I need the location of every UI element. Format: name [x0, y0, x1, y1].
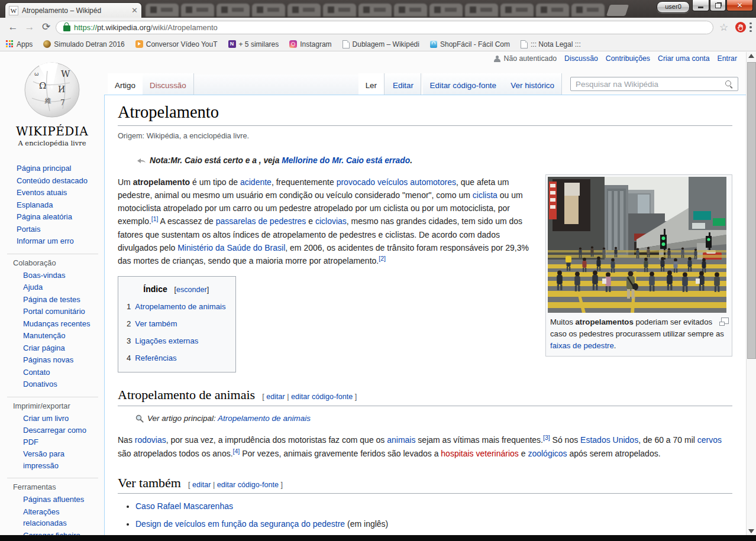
- ref-1[interactable]: [1]: [151, 215, 159, 222]
- bookmark-item[interactable]: N+ 5 similares: [228, 40, 279, 48]
- bookmark-item[interactable]: Conversor Vídeo YouT: [135, 40, 218, 48]
- inactive-tab[interactable]: [181, 4, 214, 17]
- article-thumbnail[interactable]: Muitos atropelamentos poderiam ser evita…: [545, 174, 732, 356]
- caso-rafael-link[interactable]: Caso Rafael Mascarenhas: [135, 501, 233, 511]
- reload-icon[interactable]: ⟳: [39, 20, 53, 34]
- tab-discussao[interactable]: Discussão: [143, 73, 194, 95]
- sidebar-item[interactable]: Ajuda: [23, 281, 102, 293]
- edit-link[interactable]: editar: [192, 481, 211, 489]
- inactive-tab[interactable]: [500, 4, 534, 17]
- personal-criar-conta-link[interactable]: Criar uma conta: [658, 54, 709, 63]
- mellorine-link[interactable]: Mellorine do Mr. Caio está errado: [282, 156, 410, 165]
- blocker-extension-icon[interactable]: [735, 22, 746, 33]
- forward-icon[interactable]: →: [22, 20, 37, 34]
- ciclovias-link[interactable]: ciclovias: [315, 216, 347, 226]
- bookmark-item[interactable]: Simulado Detran 2016: [43, 40, 124, 48]
- sidebar-item[interactable]: Alterações relacionadas: [23, 506, 102, 529]
- toc-item[interactable]: 2Ver também: [127, 318, 226, 331]
- sidebar-item[interactable]: Contato: [23, 367, 102, 378]
- sidebar-item[interactable]: Informar um erro: [17, 235, 104, 247]
- inactive-tab[interactable]: [287, 4, 321, 17]
- design-veiculos-link[interactable]: Design de veículos em função da seguranç…: [135, 519, 345, 529]
- ref-2[interactable]: [2]: [379, 255, 386, 262]
- browser-tab-active[interactable]: W Atropelamento – Wikipéd ✕: [5, 2, 142, 18]
- personal-discussao-link[interactable]: Discussão: [564, 54, 598, 63]
- sidebar-item[interactable]: Criar página: [23, 342, 102, 354]
- rodovias-link[interactable]: rodovias: [135, 435, 166, 445]
- sidebar-item[interactable]: Versão para impressão: [23, 448, 102, 471]
- ministerio-link[interactable]: Ministério da Saúde do Brasil: [177, 243, 285, 252]
- enlarge-icon[interactable]: [721, 318, 729, 324]
- wikipedia-logo[interactable]: W Ω И 維 7 ω WIKIPÉDIA A enciclopédia liv…: [0, 52, 104, 147]
- faixas-link[interactable]: faixas de pedestre: [550, 341, 614, 350]
- bookmark-item[interactable]: Instagram: [289, 40, 331, 48]
- padlock-icon[interactable]: [63, 25, 70, 31]
- sidebar-item[interactable]: Eventos atuais: [17, 187, 104, 199]
- veiculos-link[interactable]: provocado veículos automotores: [337, 177, 456, 187]
- bookmark-item[interactable]: ::: Nota Legal :::: [521, 40, 581, 48]
- minimize-button[interactable]: [692, 0, 709, 11]
- passarelas-link[interactable]: passarelas de pedestres: [216, 216, 306, 226]
- bookmark-item[interactable]: Dublagem – Wikipédi: [343, 40, 419, 48]
- sidebar-item[interactable]: Página aleatória: [17, 211, 104, 223]
- inactive-tab[interactable]: [536, 4, 569, 17]
- sidebar-item[interactable]: Conteúdo destacado: [17, 175, 104, 187]
- inactive-tab[interactable]: [465, 4, 498, 17]
- scrollbar-thumb[interactable]: [747, 62, 756, 359]
- eua-link[interactable]: Estados Unidos: [580, 435, 638, 445]
- inactive-tab[interactable]: [323, 4, 356, 17]
- tab-editar-codigo-fonte[interactable]: Editar código-fonte: [423, 73, 504, 95]
- sidebar-item[interactable]: Criar um livro: [23, 413, 102, 425]
- toc-item[interactable]: 4Referências: [127, 352, 226, 365]
- apps-shortcut[interactable]: Apps: [6, 40, 33, 48]
- sidebar-item[interactable]: Página de testes: [23, 294, 102, 306]
- search-box[interactable]: [570, 77, 738, 91]
- scroll-up-arrow-icon[interactable]: [748, 54, 754, 58]
- bookmark-star-icon[interactable]: ☆: [719, 21, 728, 34]
- sidebar-item[interactable]: Página principal: [17, 163, 104, 174]
- animais-link[interactable]: animais: [387, 435, 415, 445]
- artigo-principal-link[interactable]: Atropelamento de animais: [218, 414, 311, 423]
- tab-editar[interactable]: Editar: [386, 73, 421, 95]
- sidebar-item[interactable]: Carregar ficheiro: [23, 530, 102, 536]
- new-tab-button[interactable]: [606, 5, 629, 16]
- sidebar-item[interactable]: Boas-vindas: [23, 270, 102, 281]
- user-profile-badge[interactable]: user0: [657, 1, 690, 13]
- sidebar-item[interactable]: Mudanças recentes: [23, 318, 102, 330]
- search-input[interactable]: [571, 80, 725, 89]
- sidebar-item[interactable]: Portais: [17, 223, 104, 235]
- tab-ver-historico[interactable]: Ver histórico: [503, 73, 562, 95]
- sidebar-item[interactable]: Descarregar como PDF: [23, 425, 102, 448]
- sidebar-item[interactable]: Manutenção: [23, 330, 102, 342]
- tab-ler[interactable]: Ler: [358, 73, 385, 95]
- ref-4[interactable]: [4]: [233, 448, 240, 455]
- edit-source-link[interactable]: editar código-fonte: [291, 393, 353, 401]
- vertical-scrollbar[interactable]: [746, 52, 756, 535]
- inactive-tab[interactable]: [146, 4, 179, 17]
- sidebar-item[interactable]: Esplanada: [17, 199, 104, 211]
- zoologicos-link[interactable]: zoológicos: [528, 449, 567, 458]
- scroll-down-arrow-icon[interactable]: [748, 529, 754, 533]
- toc-hide-link[interactable]: esconder: [176, 286, 207, 294]
- inactive-tab[interactable]: [429, 4, 463, 17]
- tab-close-icon[interactable]: ✕: [131, 7, 138, 14]
- sidebar-item[interactable]: Páginas afluentes: [23, 494, 102, 506]
- browser-menu-icon[interactable]: [749, 21, 752, 34]
- sidebar-item[interactable]: Portal comunitário: [23, 306, 102, 318]
- personal-entrar-link[interactable]: Entrar: [718, 54, 738, 63]
- search-icon[interactable]: [725, 80, 733, 88]
- inactive-tab[interactable]: [571, 4, 605, 17]
- crosswalk-photo[interactable]: [548, 177, 726, 313]
- back-icon[interactable]: ←: [6, 20, 20, 34]
- tab-artigo[interactable]: Artigo: [108, 73, 143, 95]
- inactive-tab[interactable]: [252, 4, 285, 17]
- toc-item[interactable]: 1Atropelamento de animais: [127, 300, 226, 313]
- cervos-link[interactable]: cervos: [697, 435, 722, 445]
- inactive-tab[interactable]: [394, 4, 427, 17]
- ciclista-link[interactable]: ciclista: [473, 190, 497, 200]
- edit-source-link[interactable]: editar código-fonte: [217, 481, 279, 489]
- address-bar[interactable]: https://pt.wikipedia.org/wiki/Atropelame…: [56, 21, 713, 34]
- acidente-link[interactable]: acidente: [240, 177, 272, 187]
- inactive-tab[interactable]: [358, 4, 392, 17]
- hospitais-redlink[interactable]: hospitais veterinários: [441, 449, 519, 458]
